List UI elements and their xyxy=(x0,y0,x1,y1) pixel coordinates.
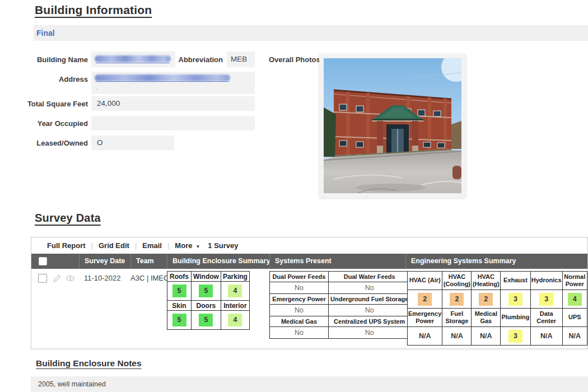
engineering-score-cell: 3 xyxy=(530,290,562,309)
grid-scroll-track[interactable] xyxy=(31,348,587,350)
grid-header-row: Survey Date Team Building Enclosure Summ… xyxy=(31,254,587,269)
row-team: A3C | IMEG xyxy=(130,274,169,282)
engineering-label: Normal Power xyxy=(562,272,587,290)
more-menu-button[interactable]: More▼ xyxy=(175,241,200,250)
enclosure-label: Parking xyxy=(221,272,249,282)
score-badge: 3 xyxy=(508,330,522,343)
score-badge: N/A xyxy=(568,330,582,343)
overall-photos-label: Overall Photos xyxy=(269,55,314,64)
enclosure-score-cell: 5 xyxy=(167,311,192,330)
score-badge: 4 xyxy=(568,293,582,306)
score-badge: 5 xyxy=(199,284,213,297)
engineering-score-cell: 2 xyxy=(442,290,472,309)
system-label: Dual Power Feeds xyxy=(270,272,329,282)
email-button[interactable]: Email xyxy=(142,241,162,250)
survey-count: 1 Survey xyxy=(208,241,238,250)
abbreviation-value: MEB xyxy=(227,52,247,67)
engineering-score-cell: N/A xyxy=(408,327,442,346)
enclosure-label: Skin xyxy=(167,301,192,311)
overall-photo-thumbnail[interactable] xyxy=(319,54,466,198)
engineering-label: HVAC (Cooling) xyxy=(442,272,472,290)
system-value: No xyxy=(329,327,410,339)
redacted-underline xyxy=(96,81,229,82)
score-badge: 4 xyxy=(228,314,242,326)
survey-row: 11-10-2022 A3C | IMEG Roofs Window Parki… xyxy=(31,269,587,348)
select-all-checkbox[interactable] xyxy=(39,257,47,265)
engineering-score-cell: N/A xyxy=(442,327,472,346)
total-sqft-value: 24,000 xyxy=(91,96,120,111)
year-occupied-field[interactable] xyxy=(91,116,255,130)
status-bar: Final xyxy=(34,25,588,41)
score-badge: N/A xyxy=(539,330,553,343)
engineering-label: Medical Gas xyxy=(472,309,501,327)
enclosure-notes-bar: 2005, well maintained xyxy=(31,376,588,392)
row-checkbox[interactable] xyxy=(38,274,47,283)
redacted-building-name xyxy=(95,55,171,62)
score-badge: 5 xyxy=(172,314,186,326)
score-badge: N/A xyxy=(450,330,464,343)
address-line2: . xyxy=(96,84,97,91)
redacted-underline xyxy=(96,63,170,63)
enclosure-notes-value: 2005, well maintained xyxy=(31,376,106,392)
engineering-label: Emergency Power xyxy=(408,309,442,327)
building-info-title: Building Information xyxy=(35,3,152,17)
building-name-label: Building Name xyxy=(11,55,88,64)
enclosure-label: Roofs xyxy=(167,272,192,282)
column-header-engineering[interactable]: Engineering Systems Summary xyxy=(405,254,587,269)
engineering-score-cell: 3 xyxy=(501,290,531,309)
engineering-score-cell: 4 xyxy=(562,290,587,309)
engineering-score-cell: 2 xyxy=(408,290,442,309)
total-sqft-label: Total Square Feet xyxy=(11,100,88,108)
score-badge: N/A xyxy=(418,330,432,343)
enclosure-label: Window xyxy=(192,272,221,282)
edit-pencil-icon[interactable] xyxy=(53,274,62,285)
engineering-label: HVAC (Heating) xyxy=(472,272,501,290)
system-value: No xyxy=(329,305,410,316)
system-value: No xyxy=(270,282,329,294)
score-badge: 3 xyxy=(539,293,553,306)
enclosure-score-cell: 5 xyxy=(167,282,192,301)
leased-owned-label: Leased/Owned xyxy=(11,139,88,147)
engineering-score-cell: N/A xyxy=(472,327,501,346)
column-header-systems[interactable]: Systems Present xyxy=(269,254,405,269)
enclosure-notes-title: Building Enclosure Notes xyxy=(36,358,142,368)
column-header-team[interactable]: Team xyxy=(130,254,167,269)
system-value: No xyxy=(270,327,329,339)
full-report-button[interactable]: Full Report xyxy=(47,241,86,250)
total-sqft-field[interactable]: 24,000 xyxy=(91,96,255,111)
building-name-field[interactable] xyxy=(91,52,175,67)
score-badge: 4 xyxy=(228,284,242,297)
engineering-score-cell: N/A xyxy=(562,327,587,346)
address-field[interactable]: . xyxy=(91,72,255,94)
leased-owned-field[interactable]: O xyxy=(91,136,174,150)
score-badge: 2 xyxy=(450,293,464,306)
engineering-label: Hydronics xyxy=(530,272,562,290)
survey-toolbar: Full Report | Grid Edit | Email | More▼ … xyxy=(31,237,587,254)
grid-edit-button[interactable]: Grid Edit xyxy=(99,241,129,250)
system-label: Centralized UPS System xyxy=(329,316,410,327)
column-header-enclosure[interactable]: Building Enclosure Summary xyxy=(167,254,269,269)
engineering-label: HVAC (Air) xyxy=(408,272,442,290)
redacted-address xyxy=(95,74,230,81)
status-label: Final xyxy=(34,25,55,41)
score-badge: 5 xyxy=(199,314,213,326)
score-badge: 2 xyxy=(418,293,432,306)
row-survey-date: 11-10-2022 xyxy=(84,274,121,282)
more-label: More xyxy=(175,241,192,250)
enclosure-score-cell: 4 xyxy=(221,282,249,301)
column-header-survey-date[interactable]: Survey Date xyxy=(79,254,130,269)
enclosure-score-cell: 4 xyxy=(221,311,249,330)
system-label: Emergency Power xyxy=(270,294,329,305)
engineering-score-cell: 2 xyxy=(472,290,501,309)
view-eye-icon[interactable] xyxy=(66,274,75,285)
score-badge: 3 xyxy=(508,293,522,306)
engineering-label: Exhaust xyxy=(501,272,531,290)
toolbar-separator: | xyxy=(91,241,93,250)
score-badge: N/A xyxy=(479,330,493,343)
abbreviation-field[interactable]: MEB xyxy=(227,52,255,67)
building-photo xyxy=(324,58,461,193)
engineering-label: Plumbing xyxy=(501,309,531,327)
engineering-score-cell: 3 xyxy=(501,327,531,346)
year-occupied-label: Year Occupied xyxy=(11,119,88,128)
enclosure-label: Doors xyxy=(192,301,221,311)
